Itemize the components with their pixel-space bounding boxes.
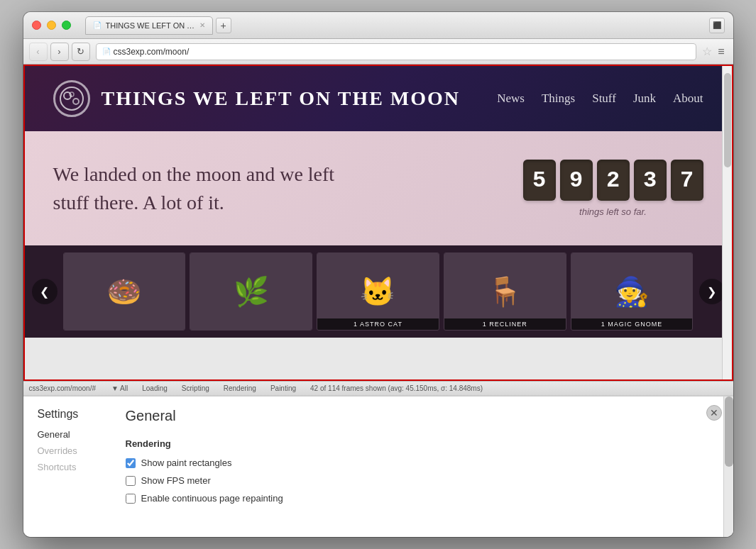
nav-stuff[interactable]: Stuff	[592, 92, 616, 106]
strip-item-2[interactable]: 🌿	[190, 253, 312, 331]
website-scrollbar[interactable]	[722, 66, 732, 379]
devtools-sidebar-title: Settings	[38, 408, 109, 421]
status-url: css3exp.com/moon/#	[29, 384, 97, 392]
tab-label: THINGS WE LEFT ON THE M	[106, 21, 195, 30]
site-nav: News Things Stuff Junk About	[497, 92, 703, 106]
status-tab-loading: Loading	[138, 384, 172, 392]
show-fps-meter-checkbox[interactable]	[126, 476, 136, 486]
maximize-button[interactable]	[62, 21, 71, 30]
status-tabs: ▼ All Loading Scripting Rendering Painti…	[107, 384, 728, 392]
site-logo-area: THINGS WE LEFT ON THE MOON	[53, 80, 461, 117]
checkbox-row-2: Show FPS meter	[126, 475, 719, 486]
restore-button[interactable]: ⬛	[709, 18, 725, 33]
status-bar: css3exp.com/moon/# ▼ All Loading Scripti…	[23, 381, 733, 395]
devtools-section-title: Rendering	[126, 438, 719, 449]
strip-item-label-4: 1 RECLINER	[444, 318, 566, 330]
counter-digit-4: 3	[634, 160, 667, 201]
counter-digit-1: 5	[523, 160, 556, 201]
logo-svg	[57, 84, 86, 113]
devtools-sidebar: Settings General Overrides Shortcuts	[38, 408, 109, 526]
items-strip: ❮ 🍩 🌿 🐱 1 ASTRO CAT 🪑 1 RECLINER	[25, 245, 732, 338]
url-text: css3exp.com/moon/	[114, 47, 190, 57]
nav-junk[interactable]: Junk	[633, 92, 656, 106]
title-bar: 📄 THINGS WE LEFT ON THE M ✕ + ⬛	[23, 12, 733, 39]
nav-things[interactable]: Things	[542, 92, 575, 106]
forward-button[interactable]: ›	[50, 43, 69, 61]
devtools-close-button[interactable]: ✕	[706, 405, 722, 421]
nav-about[interactable]: About	[673, 92, 703, 106]
website-content: THINGS WE LEFT ON THE MOON News Things S…	[23, 65, 733, 381]
prev-arrow-icon: ❮	[40, 285, 49, 299]
scrollbar-thumb[interactable]	[724, 73, 731, 167]
strip-prev-button[interactable]: ❮	[32, 279, 57, 304]
status-tab-1: ▼ All	[107, 384, 132, 392]
show-fps-meter-label: Show FPS meter	[141, 475, 211, 486]
site-header: THINGS WE LEFT ON THE MOON News Things S…	[25, 66, 732, 131]
checkbox-row-3: Enable continuous page repainting	[126, 493, 719, 504]
status-tab-scripting: Scripting	[177, 384, 214, 392]
enable-continuous-repainting-checkbox[interactable]	[126, 494, 136, 504]
counter-digits: 5 9 2 3 7	[523, 160, 703, 201]
strip-item-5[interactable]: 🧙 1 MAGIC GNOME	[571, 253, 694, 331]
devtools-main-title: General	[126, 408, 719, 424]
close-button[interactable]	[32, 21, 41, 30]
devtools-scrollbar-thumb[interactable]	[725, 396, 733, 467]
strip-item-img-1: 🍩	[64, 253, 185, 330]
status-tab-frames: 42 of 114 frames shown (avg: 45.150ms, σ…	[306, 384, 487, 392]
hero-section: We landed on the moon and we left stuff …	[25, 131, 732, 245]
tab-close-icon[interactable]: ✕	[199, 21, 205, 29]
tab-page-icon: 📄	[93, 21, 102, 29]
new-tab-button[interactable]: +	[216, 18, 231, 33]
next-arrow-icon: ❯	[707, 285, 716, 299]
sidebar-item-shortcuts[interactable]: Shortcuts	[38, 462, 109, 472]
devtools-scrollbar[interactable]	[723, 396, 733, 537]
status-tab-rendering: Rendering	[219, 384, 261, 392]
bookmark-star-icon[interactable]: ☆	[702, 45, 712, 58]
nav-news[interactable]: News	[497, 92, 525, 106]
menu-icon[interactable]: ≡	[715, 45, 727, 58]
svg-point-2	[73, 99, 79, 104]
strip-items: 🍩 🌿 🐱 1 ASTRO CAT 🪑 1 RECLINER 🧙 1 MAGIC…	[63, 253, 694, 331]
show-paint-rectangles-label: Show paint rectangles	[141, 458, 232, 468]
counter-digit-5: 7	[671, 160, 703, 201]
traffic-lights	[32, 21, 71, 30]
sidebar-item-general[interactable]: General	[38, 429, 109, 440]
strip-next-button[interactable]: ❯	[699, 279, 725, 304]
strip-item-3[interactable]: 🐱 1 ASTRO CAT	[317, 253, 439, 331]
strip-item-label-3: 1 ASTRO CAT	[317, 318, 439, 330]
strip-item-img-2: 🌿	[190, 253, 312, 330]
counter-digit-2: 9	[560, 160, 593, 201]
site-title: THINGS WE LEFT ON THE MOON	[102, 87, 461, 110]
counter-area: 5 9 2 3 7 things left so far.	[523, 160, 703, 217]
page-icon: 📄	[102, 48, 111, 55]
minimize-button[interactable]	[47, 21, 56, 30]
strip-item-1[interactable]: 🍩	[63, 253, 186, 331]
window-actions: ⬛	[709, 18, 725, 33]
tab-area: 📄 THINGS WE LEFT ON THE M ✕ +	[85, 16, 709, 35]
forward-icon: ›	[57, 46, 60, 57]
show-paint-rectangles-checkbox[interactable]	[126, 458, 136, 468]
hero-text: We landed on the moon and we left stuff …	[53, 160, 337, 216]
devtools-main: General Rendering Show paint rectangles …	[126, 408, 719, 526]
svg-point-0	[60, 87, 83, 110]
address-bar[interactable]: 📄 css3exp.com/moon/	[96, 43, 697, 60]
back-button[interactable]: ‹	[29, 43, 48, 61]
status-tab-painting: Painting	[266, 384, 300, 392]
counter-digit-3: 2	[597, 160, 630, 201]
devtools-panel: ✕ Settings General Overrides Shortcuts G…	[23, 395, 733, 537]
back-icon: ‹	[36, 46, 39, 57]
counter-label: things left so far.	[579, 206, 647, 217]
site-logo	[53, 80, 90, 117]
navigation-bar: ‹ › ↻ 📄 css3exp.com/moon/ ☆ ≡	[23, 39, 733, 65]
refresh-icon: ↻	[77, 46, 84, 57]
browser-window: 📄 THINGS WE LEFT ON THE M ✕ + ⬛ ‹ › ↻ 📄 …	[23, 12, 733, 537]
checkbox-row-1: Show paint rectangles	[126, 458, 719, 468]
devtools-layout: Settings General Overrides Shortcuts Gen…	[38, 408, 719, 526]
strip-item-4[interactable]: 🪑 1 RECLINER	[444, 253, 566, 331]
active-tab[interactable]: 📄 THINGS WE LEFT ON THE M ✕	[85, 16, 213, 35]
sidebar-item-overrides[interactable]: Overrides	[38, 445, 109, 456]
refresh-button[interactable]: ↻	[72, 43, 90, 61]
enable-continuous-repainting-label: Enable continuous page repainting	[141, 493, 283, 504]
strip-item-label-5: 1 MAGIC GNOME	[571, 318, 693, 330]
